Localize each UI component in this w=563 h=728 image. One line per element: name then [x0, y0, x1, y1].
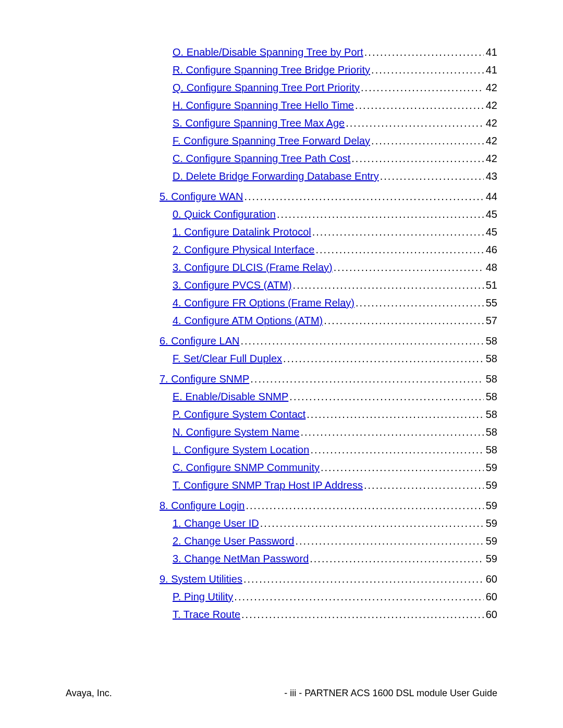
toc-entry: 0. Quick Configuration45	[66, 208, 497, 220]
toc-leader-dots	[299, 426, 483, 438]
toc-page-number: 46	[484, 243, 497, 256]
toc-page-number: 58	[484, 352, 497, 365]
toc-page-number: 43	[484, 170, 497, 182]
toc-link[interactable]: 8. Configure Login	[160, 499, 244, 512]
toc-leader-dots	[240, 608, 484, 621]
toc-link[interactable]: S. Configure Spanning Tree Max Age	[173, 117, 345, 129]
toc-entry: S. Configure Spanning Tree Max Age42	[66, 117, 497, 129]
toc-entry: F. Configure Spanning Tree Forward Delay…	[66, 134, 497, 147]
toc-link[interactable]: H. Configure Spanning Tree Hello Time	[173, 99, 354, 112]
toc-page-number: 58	[484, 408, 497, 421]
toc-link[interactable]: 6. Configure LAN	[160, 335, 239, 347]
toc-leader-dots	[363, 46, 484, 58]
toc-page-number: 48	[484, 261, 497, 274]
toc-link[interactable]: 4. Configure FR Options (Frame Relay)	[173, 297, 354, 309]
toc-page-number: 59	[484, 535, 497, 547]
toc-leader-dots	[370, 134, 484, 147]
document-page: O. Enable/Disable Spanning Tree by Port4…	[0, 0, 563, 728]
toc-leader-dots	[259, 517, 484, 529]
toc-page-number: 58	[484, 335, 497, 347]
toc-leader-dots	[309, 552, 484, 565]
toc-link[interactable]: 1. Configure Datalink Protocol	[173, 226, 311, 238]
toc-link[interactable]: 3. Change NetMan Password	[173, 552, 309, 565]
toc-link[interactable]: F. Set/Clear Full Duplex	[173, 352, 282, 365]
toc-entry: 2. Configure Physical Interface46	[66, 243, 497, 256]
toc-link[interactable]: L. Configure System Location	[173, 443, 309, 456]
toc-link[interactable]: T. Configure SNMP Trap Host IP Address	[173, 479, 363, 491]
toc-link[interactable]: 5. Configure WAN	[160, 190, 243, 203]
toc-leader-dots	[233, 590, 483, 603]
toc-link[interactable]: T. Trace Route	[173, 608, 240, 621]
toc-entry: 5. Configure WAN44	[66, 190, 497, 203]
toc-entry: 3. Change NetMan Password59	[66, 552, 497, 565]
toc-link[interactable]: F. Configure Spanning Tree Forward Delay	[173, 134, 370, 147]
toc-link[interactable]: D. Delete Bridge Forwarding Database Ent…	[173, 170, 379, 182]
toc-page-number: 42	[484, 99, 497, 112]
toc-entry: H. Configure Spanning Tree Hello Time42	[66, 99, 497, 112]
toc-leader-dots	[354, 99, 484, 112]
toc-link[interactable]: 9. System Utilities	[160, 573, 242, 585]
toc-page-number: 59	[484, 461, 497, 474]
footer-company: Avaya, Inc.	[66, 688, 112, 699]
toc-link[interactable]: 2. Change User Password	[173, 535, 294, 547]
toc-page-number: 58	[484, 443, 497, 456]
toc-leader-dots	[305, 408, 483, 421]
toc-leader-dots	[276, 208, 484, 220]
toc-entry: 1. Configure Datalink Protocol45	[66, 226, 497, 238]
toc-link[interactable]: 7. Configure SNMP	[160, 373, 249, 385]
toc-entry: F. Set/Clear Full Duplex58	[66, 352, 497, 365]
toc-link[interactable]: R. Configure Spanning Tree Bridge Priori…	[173, 64, 370, 76]
toc-page-number: 44	[484, 190, 497, 203]
toc-entry: 6. Configure LAN58	[66, 335, 497, 347]
toc-link[interactable]: O. Enable/Disable Spanning Tree by Port	[173, 46, 363, 58]
toc-link[interactable]: 2. Configure Physical Interface	[173, 243, 314, 256]
toc-page-number: 42	[484, 81, 497, 94]
toc-page-number: 41	[484, 46, 497, 58]
toc-entry: 1. Change User ID59	[66, 517, 497, 529]
toc-entry: R. Configure Spanning Tree Bridge Priori…	[66, 64, 497, 76]
toc-leader-dots	[239, 335, 483, 347]
toc-entry: 8. Configure Login59	[66, 499, 497, 512]
toc-leader-dots	[249, 373, 483, 385]
toc-page-number: 41	[484, 64, 497, 76]
toc-leader-dots	[243, 190, 483, 203]
toc-page-number: 60	[484, 608, 497, 621]
toc-entry: O. Enable/Disable Spanning Tree by Port4…	[66, 46, 497, 58]
toc-page-number: 42	[484, 117, 497, 129]
toc-page-number: 45	[484, 226, 497, 238]
toc-link[interactable]: P. Ping Utility	[173, 590, 233, 603]
toc-page-number: 51	[484, 279, 497, 291]
toc-entry: L. Configure System Location58	[66, 443, 497, 456]
toc-leader-dots	[354, 297, 484, 309]
toc-leader-dots	[294, 535, 483, 547]
toc-leader-dots	[282, 352, 484, 365]
toc-link[interactable]: Q. Configure Spanning Tree Port Priority	[173, 81, 360, 94]
toc-leader-dots	[345, 117, 484, 129]
toc-leader-dots	[292, 279, 484, 291]
toc-page-number: 60	[484, 590, 497, 603]
toc-page-number: 59	[484, 517, 497, 529]
toc-entry: 9. System Utilities60	[66, 573, 497, 585]
toc-leader-dots	[309, 443, 483, 456]
toc-link[interactable]: C. Configure SNMP Community	[173, 461, 320, 474]
toc-page-number: 60	[484, 573, 497, 585]
toc-link[interactable]: 3. Configure PVCS (ATM)	[173, 279, 292, 291]
toc-link[interactable]: 1. Change User ID	[173, 517, 259, 529]
toc-link[interactable]: E. Enable/Disable SNMP	[173, 390, 288, 403]
footer-title: - iii - PARTNER ACS 1600 DSL module User…	[284, 688, 497, 699]
toc-entry: C. Configure SNMP Community59	[66, 461, 497, 474]
toc-link[interactable]: 4. Configure ATM Options (ATM)	[173, 314, 323, 327]
toc-entry: 4. Configure FR Options (Frame Relay)55	[66, 297, 497, 309]
toc-leader-dots	[370, 64, 484, 76]
toc-link[interactable]: 0. Quick Configuration	[173, 208, 276, 220]
toc-entry: 3. Configure PVCS (ATM)51	[66, 279, 497, 291]
toc-leader-dots	[323, 314, 484, 327]
toc-entry: E. Enable/Disable SNMP58	[66, 390, 497, 403]
toc-link[interactable]: P. Configure System Contact	[173, 408, 305, 421]
toc-link[interactable]: 3. Configure DLCIS (Frame Relay)	[173, 261, 333, 274]
toc-link[interactable]: C. Configure Spanning Tree Path Cost	[173, 152, 350, 165]
toc-page-number: 58	[484, 390, 497, 403]
toc-leader-dots	[242, 573, 484, 585]
toc-page-number: 58	[484, 373, 497, 385]
toc-link[interactable]: N. Configure System Name	[173, 426, 299, 438]
